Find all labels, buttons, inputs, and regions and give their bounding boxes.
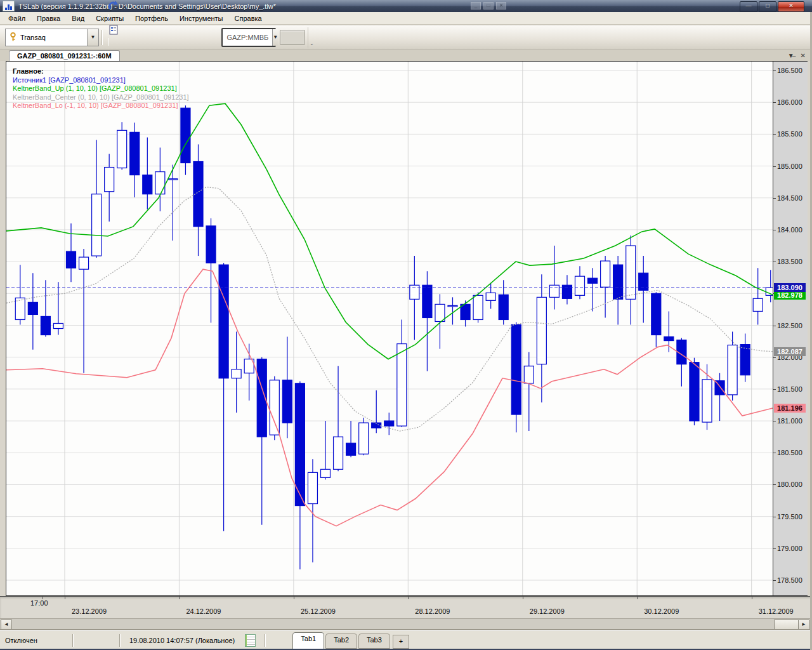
script-properties-icon[interactable] xyxy=(105,22,122,38)
y-axis-label-13: 180.000 xyxy=(777,481,802,488)
workspace-tab-Tab2[interactable]: Tab2 xyxy=(325,633,357,649)
source-combo[interactable]: Transaq ▼ xyxy=(5,29,99,46)
workspace-tab-Tab1[interactable]: Tab1 xyxy=(292,632,324,649)
scroll-right-button[interactable]: ► xyxy=(798,620,809,631)
legend-header: Главное: xyxy=(13,67,189,76)
source-combo-label: Transaq xyxy=(20,34,83,41)
time-axis: 23.12.200924.12.200925.12.200928.12.2009… xyxy=(0,596,812,619)
y-axis-label-16: 178.500 xyxy=(777,576,802,584)
y-axis-label-14: 179.500 xyxy=(777,513,802,521)
log-icon[interactable] xyxy=(245,634,256,647)
workspace-tab-Tab3[interactable]: Tab3 xyxy=(358,633,390,649)
add-workspace-tab-button[interactable]: + xyxy=(393,635,409,649)
minimize-button[interactable]: — xyxy=(740,1,757,12)
price-chart[interactable] xyxy=(6,62,773,595)
status-clock: 19.08.2010 14:07:57 (Локальное) xyxy=(124,637,240,644)
tslab-window: TSLab (версия 1.1.9.21:32bit) - D:\Docum… xyxy=(0,0,812,650)
x-axis-date-4: 29.12.2009 xyxy=(530,607,565,615)
y-axis-label-1: 186.000 xyxy=(777,98,802,106)
background-window-controls: _□✕ xyxy=(471,2,506,10)
key-icon xyxy=(10,32,16,43)
legend-item-0: Источник1 [GAZP_080801_091231] xyxy=(13,76,189,85)
x-axis-date-1: 24.12.2009 xyxy=(186,607,221,615)
x-axis-date-3: 28.12.2009 xyxy=(415,607,450,615)
chart-tab-strip: GAZP_080801_091231:-:60M ▼̶ ✕ xyxy=(0,50,812,61)
legend-item-2: KeltnerBand_Center (0, 10, 10) [GAZP_080… xyxy=(13,93,189,102)
y-axis-label-11: 181.000 xyxy=(777,417,802,425)
toolbar: Transaq ▼ ✂153060СекМинДниA GAZP:ММВБ ▼ … xyxy=(0,25,812,50)
source-combo-arrow[interactable]: ▼ xyxy=(87,29,98,46)
x-axis-date-6: 31.12.2009 xyxy=(759,607,794,615)
tab-close-icon[interactable]: ✕ xyxy=(801,52,806,59)
y-axis-label-8: 182.500 xyxy=(777,322,802,329)
plot-area[interactable]: Главное: Источник1 [GAZP_080801_091231]K… xyxy=(6,61,773,596)
x-axis-time-label: 17:00 xyxy=(30,599,48,607)
status-bar: Отключен 19.08.2010 14:07:57 (Локальное)… xyxy=(0,630,812,649)
x-axis-date-0: 23.12.2009 xyxy=(72,607,107,615)
scroll-left-button[interactable]: ◄ xyxy=(1,620,12,631)
band-value-chip-1: 182.087 xyxy=(774,347,806,356)
y-axis-label-3: 185.000 xyxy=(777,162,802,170)
legend-item-3: KeltnerBand_Lo (-1, 10, 10) [GAZP_080801… xyxy=(13,102,189,110)
connection-status: Отключен xyxy=(0,637,69,644)
tab-list-icon[interactable]: ▼̶ xyxy=(788,52,794,59)
y-axis-label-15: 179.000 xyxy=(777,545,802,552)
legend-item-1: KeltnerBand_Up (1, 10, 10) [GAZP_080801_… xyxy=(13,84,189,93)
scrollbar-thumb[interactable] xyxy=(774,620,799,631)
y-axis-label-12: 180.500 xyxy=(777,449,802,456)
last-price-chip: 183.090 xyxy=(774,283,806,292)
secondary-combo-empty[interactable] xyxy=(280,30,305,45)
menu-item-Файл[interactable]: Файл xyxy=(3,13,31,23)
menu-item-Справка[interactable]: Справка xyxy=(229,13,268,23)
price-axis[interactable]: 186.500186.000185.500185.000184.500184.0… xyxy=(773,61,808,596)
status-empty-panel xyxy=(77,634,115,647)
menu-item-Правка[interactable]: Правка xyxy=(31,13,66,23)
tslab-logo-icon xyxy=(3,1,15,11)
y-axis-label-2: 185.500 xyxy=(777,130,802,138)
horizontal-scrollbar[interactable]: ◄ ► xyxy=(0,618,812,630)
x-axis-date-5: 30.12.2009 xyxy=(644,607,679,615)
y-axis-label-6: 183.500 xyxy=(777,258,802,265)
instrument-combo-label: GAZP:ММВБ xyxy=(226,34,268,41)
menu-item-Вид[interactable]: Вид xyxy=(66,13,90,23)
band-value-chip-2: 181.196 xyxy=(774,404,806,413)
y-axis-label-0: 186.500 xyxy=(777,67,802,74)
instrument-combo[interactable]: GAZP:ММВБ ▼ xyxy=(221,28,276,47)
maximize-button[interactable]: □ xyxy=(759,1,776,12)
close-button[interactable]: ✕ xyxy=(778,1,804,12)
redo-icon[interactable] xyxy=(105,0,122,14)
chart-legend: Главное: Источник1 [GAZP_080801_091231]K… xyxy=(13,67,189,110)
instrument-combo-arrow[interactable]: ▼ xyxy=(272,29,278,46)
x-axis-date-2: 25.12.2009 xyxy=(301,607,336,615)
toolbar-overflow-icon[interactable]: ⌄ xyxy=(308,27,315,48)
workspace-tabs: Tab1Tab2Tab3+ xyxy=(292,632,409,649)
y-axis-label-10: 181.500 xyxy=(777,385,802,393)
y-axis-label-5: 184.000 xyxy=(777,226,802,234)
y-axis-label-4: 184.500 xyxy=(777,194,802,202)
